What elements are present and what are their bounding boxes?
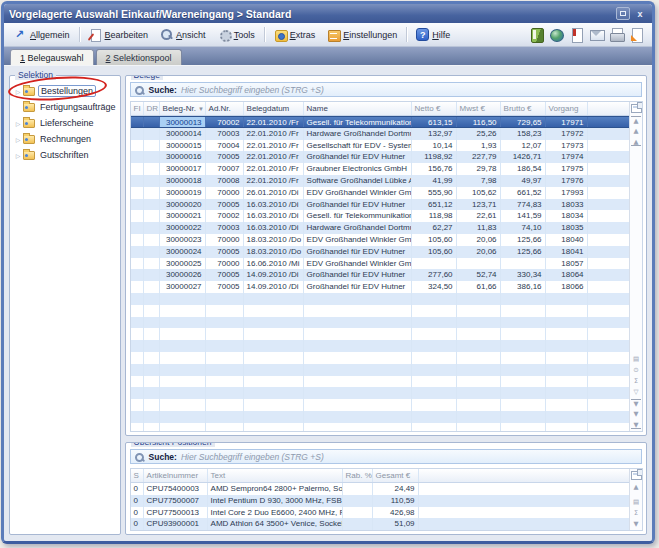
table-row-empty[interactable]	[131, 328, 629, 340]
newpage-icon[interactable]	[629, 27, 644, 42]
menu-item-bearbeiten[interactable]: Bearbeiten	[83, 26, 155, 44]
table-row[interactable]: 300000267000514.09.2010 /DiGroßhandel fü…	[131, 269, 629, 281]
table-cell	[160, 328, 206, 340]
table-row-empty[interactable]	[131, 399, 629, 411]
card-view-icon[interactable]: ▤	[631, 498, 641, 506]
selektion-tree: ▷ Bestellungen ▷ Fertigungsaufträge ▷ Li…	[10, 76, 120, 163]
table-row[interactable]: 300000237000018.03.2010 /DoEDV Großhande…	[131, 234, 629, 246]
expand-arrow-icon[interactable]: ▷	[14, 152, 22, 159]
globe-icon[interactable]	[549, 27, 564, 42]
table-row-empty[interactable]	[131, 423, 629, 431]
print-icon[interactable]	[609, 27, 624, 42]
tree-item-gutschriften[interactable]: ▷ Gutschriften	[14, 147, 118, 163]
positionen-search[interactable]: Suche: Hier Suchbegriff eingeben (STRG +…	[130, 449, 642, 464]
table-row[interactable]: 300000257000016.06.2010 /MiEDV Großhande…	[131, 258, 629, 270]
expand-arrow-icon[interactable]: ▷	[14, 120, 22, 127]
column-chooser-icon[interactable]	[631, 471, 642, 480]
column-header-belegdatum[interactable]: Belegdatum	[244, 102, 304, 115]
column-header-s[interactable]: S	[131, 469, 144, 482]
scroll-up-button[interactable]: ▲	[631, 127, 641, 135]
scroll-prev-group-button[interactable]: ▲	[631, 138, 641, 146]
belege-search[interactable]: Suche: Hier Suchbegriff eingeben (STRG +…	[130, 82, 642, 97]
menu-item-allgemein[interactable]: Allgemein	[8, 26, 76, 44]
belege-table-header[interactable]: FIDRBeleg-Nr.▼Ad.Nr.BelegdatumNameNetto …	[131, 102, 629, 116]
filter-icon[interactable]: ▽	[631, 388, 641, 396]
expand-arrow-icon[interactable]: ▷	[14, 88, 22, 95]
column-header-dr[interactable]: DR	[144, 102, 160, 115]
table-row[interactable]: 300000277000514.09.2010 /DiGroßhandel fü…	[131, 281, 629, 293]
close-button[interactable]: x	[633, 7, 647, 20]
table-row-empty[interactable]	[131, 376, 629, 388]
tree-item-rechnungen[interactable]: ▷ Rechnungen	[14, 131, 118, 147]
tree-item-lieferscheine[interactable]: ▷ Lieferscheine	[14, 115, 118, 131]
scroll-next-group-button[interactable]: ▼	[631, 399, 641, 407]
restore-button[interactable]	[616, 7, 630, 20]
tab-selektionspool[interactable]: 2 Selektionspool	[96, 49, 182, 65]
column-header-brutto-[interactable]: Brutto €	[501, 102, 546, 115]
table-row[interactable]: 300000197000026.01.2010 /DiEDV Großhande…	[131, 187, 629, 199]
table-row[interactable]: 0CPU75400003AMD Sempron64 2800+ Palermo,…	[131, 483, 629, 495]
column-header-artikelnummer[interactable]: Artikelnummer	[144, 469, 208, 482]
tab-belegauswahl[interactable]: 1 Belegauswahl	[10, 49, 94, 65]
table-row-empty[interactable]	[131, 352, 629, 364]
table-row[interactable]: 300000247000518.03.2010 /DoGroßhandel fü…	[131, 246, 629, 258]
table-row[interactable]: 300000207000516.03.2010 /DiGroßhandel fü…	[131, 199, 629, 211]
scroll-first-row-button[interactable]: ▲	[631, 116, 641, 124]
menu-item-tools[interactable]: Tools	[212, 26, 261, 44]
expand-arrow-icon[interactable]: ▷	[14, 136, 22, 143]
table-cell	[144, 340, 160, 352]
table-row[interactable]: 300000177000722.01.2010 /FrGraubner Elec…	[131, 163, 629, 175]
table-row[interactable]: 300000137000222.01.2010 /FrGesell. für T…	[131, 116, 629, 128]
column-header-mwst-[interactable]: Mwst €	[457, 102, 501, 115]
table-row[interactable]: 300000227000316.03.2010 /DiHardware Groß…	[131, 222, 629, 234]
column-header-name[interactable]: Name	[304, 102, 412, 115]
title-bar[interactable]: Vorgelagerte Auswahl Einkauf/Wareneingan…	[4, 4, 652, 23]
tree-item-fertigungsaufträge[interactable]: ▷ Fertigungsaufträge	[14, 99, 118, 115]
column-header-fi[interactable]: FI	[131, 102, 144, 115]
table-row-empty[interactable]	[131, 293, 629, 305]
package-icon[interactable]	[529, 27, 544, 42]
positionen-table-rail: ▲ ▤ Σ ▼	[629, 469, 642, 530]
card-view-icon[interactable]: ▤	[631, 355, 641, 363]
table-row-empty[interactable]	[131, 364, 629, 376]
table-row-empty[interactable]	[131, 387, 629, 399]
column-header-vorgang[interactable]: Vorgang	[546, 102, 588, 115]
menu-item-extras[interactable]: Extras	[268, 26, 322, 44]
table-row[interactable]: 300000217000216.03.2010 /DiGesell. für T…	[131, 210, 629, 222]
menu-item-hilfe[interactable]: Hilfe	[410, 26, 456, 44]
menu-item-einstellungen[interactable]: Einstellungen	[321, 26, 403, 44]
table-row[interactable]: 300000157000422.01.2010 /FrGesellschaft …	[131, 140, 629, 152]
table-search-icon[interactable]: ⊙	[631, 366, 641, 374]
column-header-text[interactable]: Text	[208, 469, 343, 482]
positionen-table-header[interactable]: SArtikelnummerTextRab. %Gesamt €	[131, 469, 629, 483]
column-header-netto-[interactable]: Netto €	[412, 102, 457, 115]
table-row[interactable]: 300000187000822.01.2010 /FrSoftware Groß…	[131, 175, 629, 187]
column-chooser-icon[interactable]	[631, 104, 642, 113]
table-row[interactable]: 300000167000522.01.2010 /FrGroßhandel fü…	[131, 151, 629, 163]
table-row[interactable]: 0CPU93900001AMD Athlon 64 3500+ Venice, …	[131, 518, 629, 530]
docred-icon[interactable]	[569, 27, 584, 42]
table-row-empty[interactable]	[131, 317, 629, 329]
scroll-up-button[interactable]: ▲	[631, 483, 641, 491]
column-header-ad-nr-[interactable]: Ad.Nr.	[206, 102, 244, 115]
table-row-empty[interactable]	[131, 305, 629, 317]
row-filler	[419, 518, 629, 530]
summary-icon[interactable]: Σ	[631, 509, 641, 517]
scroll-down-button[interactable]: ▼	[631, 410, 641, 418]
mail-icon[interactable]	[589, 27, 604, 42]
scroll-last-row-button[interactable]: ▼	[631, 421, 641, 429]
table-row[interactable]: 300000147000322.01.2010 /FrHardware Groß…	[131, 128, 629, 140]
table-row[interactable]: 0CPU77500013Intel Core 2 Duo E6600, 2400…	[131, 507, 629, 519]
column-header-gesamt-[interactable]: Gesamt €	[373, 469, 419, 482]
column-header-rab-[interactable]: Rab. %	[343, 469, 373, 482]
menu-item-ansicht[interactable]: Ansicht	[154, 26, 212, 44]
summary-icon[interactable]: Σ	[631, 377, 641, 385]
table-row[interactable]: 0CPU77500007Intel Pentium D 930, 3000 MH…	[131, 495, 629, 507]
table-row-empty[interactable]	[131, 340, 629, 352]
column-header-beleg-nr-[interactable]: Beleg-Nr.▼	[160, 102, 206, 115]
menu-item-label: Bearbeiten	[105, 30, 149, 40]
tree-item-bestellungen[interactable]: ▷ Bestellungen	[14, 83, 118, 99]
scroll-down-button[interactable]: ▼	[631, 520, 641, 528]
table-row-empty[interactable]	[131, 411, 629, 423]
table-cell	[457, 258, 501, 270]
